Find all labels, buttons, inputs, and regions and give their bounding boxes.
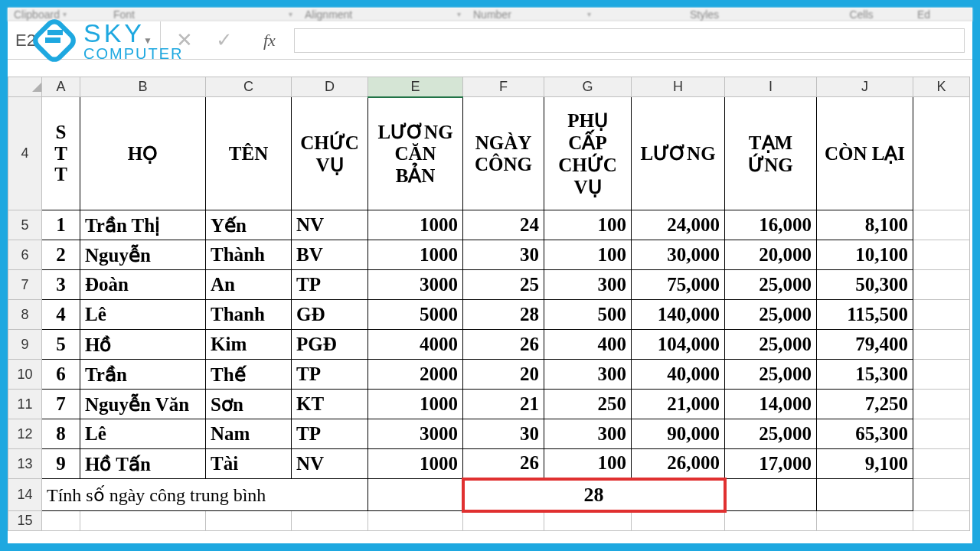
- cell-K[interactable]: [913, 449, 970, 479]
- row-8[interactable]: 8: [8, 300, 42, 330]
- cell-stt[interactable]: 3: [42, 270, 80, 300]
- cell-ho[interactable]: Hồ: [80, 330, 206, 360]
- cell-luong[interactable]: 140,000: [632, 300, 725, 330]
- cell-nc[interactable]: 30: [463, 419, 544, 449]
- cell-pc[interactable]: 300: [544, 270, 632, 300]
- cell-nc[interactable]: 26: [463, 449, 544, 479]
- hdr-chucvu[interactable]: CHỨC VỤ: [292, 97, 368, 210]
- cell-cv[interactable]: TP: [292, 270, 368, 300]
- cell-lcb[interactable]: 1000: [368, 240, 463, 270]
- hdr-luong[interactable]: LƯƠNG: [632, 97, 725, 210]
- cell-cv[interactable]: BV: [292, 240, 368, 270]
- cell-tu[interactable]: 14,000: [725, 390, 817, 419]
- cell-tu[interactable]: 25,000: [725, 270, 817, 300]
- cell-lcb[interactable]: 2000: [368, 360, 463, 390]
- cell-ten[interactable]: Thanh: [206, 300, 292, 330]
- row-12[interactable]: 12: [8, 419, 42, 449]
- fx-icon[interactable]: fx: [263, 31, 276, 51]
- cell-ho[interactable]: Nguyễn: [80, 240, 206, 270]
- row-4[interactable]: 4: [8, 97, 42, 210]
- cell-cv[interactable]: NV: [292, 449, 368, 479]
- col-K[interactable]: K: [913, 77, 970, 97]
- spreadsheet-grid[interactable]: A B C D E F G H I J K 4 STT HỌ TÊN CHỨC …: [8, 77, 970, 531]
- cell-ten[interactable]: Yến: [206, 210, 292, 240]
- cell-stt[interactable]: 1: [42, 210, 80, 240]
- cell-K[interactable]: [913, 360, 970, 390]
- cell-cl[interactable]: 15,300: [817, 360, 913, 390]
- cell-lcb[interactable]: 1000: [368, 449, 463, 479]
- cell-cl[interactable]: 79,400: [817, 330, 913, 360]
- cell-luong[interactable]: 24,000: [632, 210, 725, 240]
- cell-ho[interactable]: Hồ Tấn: [80, 449, 206, 479]
- cell-tu[interactable]: 16,000: [725, 210, 817, 240]
- row-14[interactable]: 14: [8, 479, 42, 511]
- cell-luong[interactable]: 104,000: [632, 330, 725, 360]
- cell-luong[interactable]: 26,000: [632, 449, 725, 479]
- cell-stt[interactable]: 9: [42, 449, 80, 479]
- row-6[interactable]: 6: [8, 240, 42, 270]
- hdr-luongcb[interactable]: LƯƠNG CĂN BẢN: [368, 97, 463, 210]
- cell-stt[interactable]: 6: [42, 360, 80, 390]
- cell-nc[interactable]: 20: [463, 360, 544, 390]
- cell-luong[interactable]: 40,000: [632, 360, 725, 390]
- cell-pc[interactable]: 300: [544, 360, 632, 390]
- cell-ho[interactable]: Đoàn: [80, 270, 206, 300]
- avg-value[interactable]: 28: [463, 479, 725, 511]
- cell-nc[interactable]: 21: [463, 390, 544, 419]
- accept-icon[interactable]: ✓: [216, 28, 233, 52]
- cell-cl[interactable]: 65,300: [817, 419, 913, 449]
- cell-K[interactable]: [913, 210, 970, 240]
- cell-lcb[interactable]: 3000: [368, 270, 463, 300]
- cell-ten[interactable]: Tài: [206, 449, 292, 479]
- cell-stt[interactable]: 5: [42, 330, 80, 360]
- row-10[interactable]: 10: [8, 360, 42, 390]
- cell-J14[interactable]: [817, 479, 913, 511]
- hdr-ngaycong[interactable]: NGÀY CÔNG: [463, 97, 544, 210]
- cell-K[interactable]: [913, 300, 970, 330]
- col-G[interactable]: G: [544, 77, 632, 97]
- formula-input[interactable]: [294, 28, 965, 53]
- cell-ten[interactable]: Thành: [206, 240, 292, 270]
- col-H[interactable]: H: [632, 77, 725, 97]
- cell-cl[interactable]: 7,250: [817, 390, 913, 419]
- cell-E14[interactable]: [368, 479, 463, 511]
- row-7[interactable]: 7: [8, 270, 42, 300]
- cell-ten[interactable]: Nam: [206, 419, 292, 449]
- cell-lcb[interactable]: 1000: [368, 210, 463, 240]
- cell-tu[interactable]: 25,000: [725, 419, 817, 449]
- col-J[interactable]: J: [817, 77, 913, 97]
- cell-ten[interactable]: Thế: [206, 360, 292, 390]
- cell-tu[interactable]: 25,000: [725, 330, 817, 360]
- cell-nc[interactable]: 30: [463, 240, 544, 270]
- cell-cv[interactable]: GĐ: [292, 300, 368, 330]
- col-I[interactable]: I: [725, 77, 817, 97]
- cell-cv[interactable]: KT: [292, 390, 368, 419]
- cell-cl[interactable]: 50,300: [817, 270, 913, 300]
- hdr-conlai[interactable]: CÒN LẠI: [817, 97, 913, 210]
- select-all[interactable]: [8, 77, 42, 97]
- cell-ten[interactable]: Sơn: [206, 390, 292, 419]
- cell-K[interactable]: [913, 390, 970, 419]
- cell-K[interactable]: [913, 419, 970, 449]
- avg-label[interactable]: Tính số ngày công trung bình: [42, 479, 368, 511]
- cell-luong[interactable]: 90,000: [632, 419, 725, 449]
- cell-cv[interactable]: NV: [292, 210, 368, 240]
- cell-stt[interactable]: 2: [42, 240, 80, 270]
- cell-pc[interactable]: 250: [544, 390, 632, 419]
- cell-ten[interactable]: Kim: [206, 330, 292, 360]
- cell-pc[interactable]: 100: [544, 449, 632, 479]
- col-B[interactable]: B: [80, 77, 206, 97]
- cell-lcb[interactable]: 3000: [368, 419, 463, 449]
- cell-pc[interactable]: 100: [544, 210, 632, 240]
- cell-tu[interactable]: 17,000: [725, 449, 817, 479]
- hdr-stt[interactable]: STT: [42, 97, 80, 210]
- cell-cv[interactable]: TP: [292, 419, 368, 449]
- col-D[interactable]: D: [292, 77, 368, 97]
- cell-lcb[interactable]: 1000: [368, 390, 463, 419]
- col-F[interactable]: F: [463, 77, 544, 97]
- row-13[interactable]: 13: [8, 449, 42, 479]
- col-C[interactable]: C: [206, 77, 292, 97]
- cell-ho[interactable]: Nguyễn Văn: [80, 390, 206, 419]
- cell-nc[interactable]: 26: [463, 330, 544, 360]
- cell-I14[interactable]: [725, 479, 817, 511]
